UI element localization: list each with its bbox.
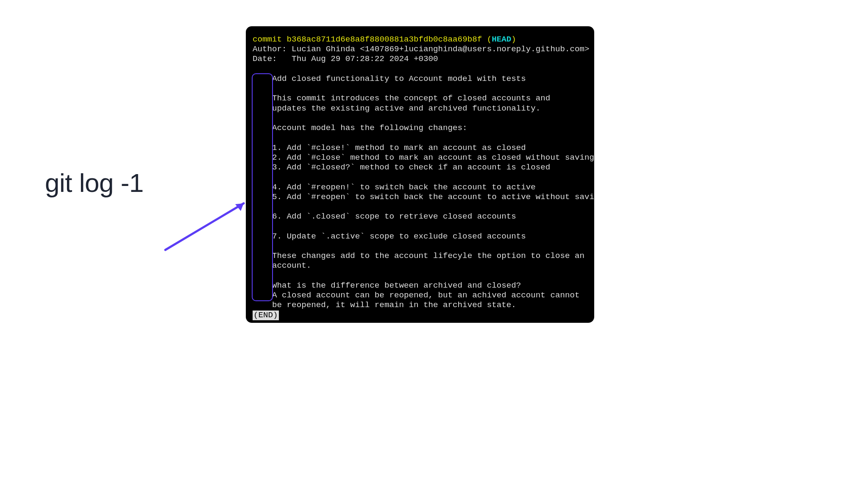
svg-line-0 [165,203,244,250]
terminal-window[interactable]: commit b368ac8711d6e8a8f8800881a3bfdb0c8… [246,26,594,323]
commit-paren-open: ( [482,35,492,44]
commit-line: commit b368ac8711d6e8a8f8800881a3bfdb0c8… [253,35,516,44]
pager-end-marker: (END) [253,311,279,320]
arrow-icon [161,195,254,254]
commit-message-body: Add closed functionality to Account mode… [253,74,594,310]
commit-paren-close: ) [511,35,516,44]
commit-prefix: commit [253,35,287,44]
commit-hash: b368ac8711d6e8a8f8800881a3bfdb0c8aa69b8f [287,35,482,44]
date-line: Date: Thu Aug 29 07:28:22 2024 +0300 [253,54,438,64]
author-line: Author: Lucian Ghinda <1407869+lucianghi… [253,44,590,54]
commit-head-ref: HEAD [492,35,511,44]
caption-text: git log -1 [45,168,144,198]
svg-marker-1 [235,203,244,211]
